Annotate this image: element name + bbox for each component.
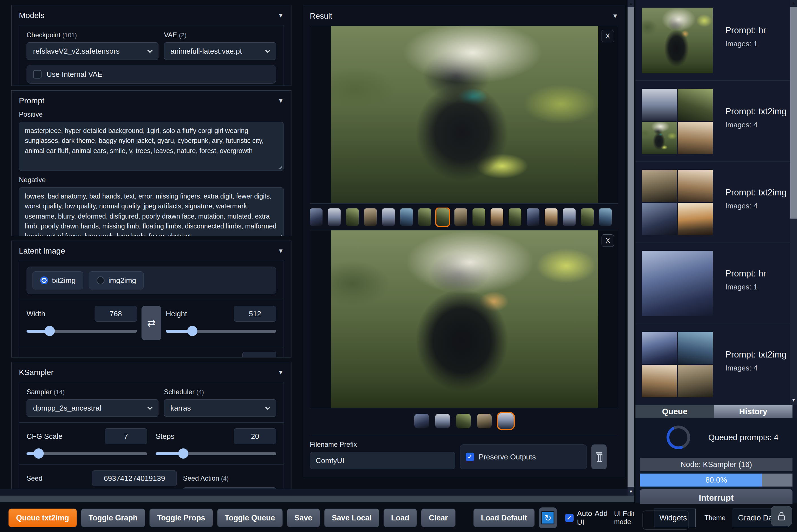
toggle-queue-button[interactable]: Toggle Queue xyxy=(217,509,283,527)
result-image-1[interactable] xyxy=(331,26,598,203)
gallery-thumbnail[interactable] xyxy=(581,208,594,226)
scroll-up-icon[interactable]: ▲ xyxy=(790,1,797,5)
vae-label: VAE (2) xyxy=(164,31,276,39)
preserve-outputs-row[interactable]: ✓ Preserve Outputs xyxy=(460,444,587,469)
load-button[interactable]: Load xyxy=(383,509,417,527)
gallery-thumbnail[interactable] xyxy=(498,413,514,429)
history-vertical-scrollbar[interactable]: ▲ ▼ xyxy=(790,0,797,405)
history-thumbnail-grid[interactable] xyxy=(642,332,713,397)
gallery-thumbnail[interactable] xyxy=(310,208,323,226)
swap-dimensions-button[interactable]: ⇄ xyxy=(141,306,161,340)
slider-handle[interactable] xyxy=(187,326,197,336)
use-internal-vae-checkbox[interactable] xyxy=(33,70,41,78)
steps-input[interactable]: 20 xyxy=(234,429,276,444)
gallery-thumbnail[interactable] xyxy=(545,208,557,226)
filename-prefix-input[interactable]: ComfyUI xyxy=(310,452,455,469)
save-button[interactable]: Save xyxy=(287,509,320,527)
history-prompt: Prompt: txt2img xyxy=(725,349,786,360)
scroll-down-icon[interactable]: ▼ xyxy=(790,398,797,402)
delete-outputs-button[interactable] xyxy=(591,444,607,469)
vae-select[interactable]: animefull-latest.vae.pt xyxy=(164,42,276,60)
width-slider[interactable] xyxy=(26,326,137,336)
scroll-down-icon[interactable]: ▼ xyxy=(628,489,634,494)
scroll-up-icon[interactable]: ▲ xyxy=(628,1,634,6)
scrollbar-thumb[interactable] xyxy=(628,7,634,487)
gallery-thumbnail[interactable] xyxy=(563,208,575,226)
cfg-scale-slider[interactable] xyxy=(26,448,147,459)
collapse-arrow-icon[interactable]: ▼ xyxy=(278,97,284,104)
gallery-thumbnail[interactable] xyxy=(599,208,612,226)
history-item[interactable]: Prompt: txt2img Images: 4 xyxy=(635,81,797,162)
gallery-thumbnail[interactable] xyxy=(435,414,450,429)
width-input[interactable]: 768 xyxy=(95,306,137,322)
use-internal-vae-row[interactable]: Use Internal VAE xyxy=(26,65,276,83)
height-slider[interactable] xyxy=(166,326,276,336)
gallery-thumbnail[interactable] xyxy=(509,208,521,226)
scrollbar-thumb[interactable] xyxy=(790,7,797,218)
gallery-thumbnail[interactable] xyxy=(436,208,449,226)
queue-txt2img-button[interactable]: Queue txt2img xyxy=(8,509,77,527)
gallery-thumbnail[interactable] xyxy=(454,208,467,226)
toggle-props-button[interactable]: Toggle Props xyxy=(149,509,213,527)
steps-slider[interactable] xyxy=(156,448,276,459)
preserve-outputs-checkbox[interactable]: ✓ xyxy=(466,453,474,461)
progress-spinner-icon xyxy=(663,422,694,453)
history-prompt: Prompt: txt2img xyxy=(725,107,786,117)
ksampler-accordion: KSampler ▼ Sampler (14) dpmpp_2s_ancestr… xyxy=(11,362,291,489)
positive-prompt-textarea[interactable]: masterpiece, hyper detailed background, … xyxy=(19,122,284,171)
mode-txt2img[interactable]: txt2img xyxy=(33,271,83,289)
collapse-arrow-icon[interactable]: ▼ xyxy=(278,369,284,376)
close-icon[interactable]: X xyxy=(602,30,614,42)
slider-handle[interactable] xyxy=(34,449,44,459)
history-thumbnail-grid[interactable] xyxy=(642,170,713,235)
scheduler-select[interactable]: karras xyxy=(164,399,276,417)
history-thumbnail[interactable] xyxy=(642,251,713,316)
mode-img2img[interactable]: img2img xyxy=(89,271,144,289)
main-vertical-scrollbar[interactable]: ▲ ▼ xyxy=(628,0,634,496)
collapse-arrow-icon[interactable]: ▼ xyxy=(278,12,284,19)
history-item[interactable]: Prompt: hr Images: 1 xyxy=(635,0,797,81)
checkpoint-select[interactable]: refslaveV2_v2.safetensors xyxy=(26,42,158,60)
history-thumbnail[interactable] xyxy=(642,7,713,73)
gallery-thumbnail[interactable] xyxy=(477,414,492,429)
gallery-thumbnail[interactable] xyxy=(418,208,431,226)
gallery-thumbnail[interactable] xyxy=(346,208,359,226)
load-default-button[interactable]: Load Default xyxy=(473,509,535,527)
horizontal-scrollbar[interactable] xyxy=(0,496,634,502)
collapse-arrow-icon[interactable]: ▼ xyxy=(612,13,618,20)
tab-queue[interactable]: Queue xyxy=(635,405,714,418)
history-thumbnail-grid[interactable] xyxy=(642,89,713,154)
close-icon[interactable]: X xyxy=(602,234,614,247)
history-item[interactable]: Prompt: txt2img Images: 4 xyxy=(635,324,797,405)
auto-add-ui-checkbox[interactable]: ✓ xyxy=(565,514,574,522)
history-item[interactable]: Prompt: txt2img Images: 4 xyxy=(635,162,797,243)
cfg-scale-input[interactable]: 7 xyxy=(105,429,147,444)
gallery-thumbnail[interactable] xyxy=(473,208,485,226)
seed-input[interactable]: 693741274019139 xyxy=(92,471,177,486)
lock-button[interactable] xyxy=(771,506,792,526)
collapse-arrow-icon[interactable]: ▼ xyxy=(278,247,284,255)
auto-add-ui-row[interactable]: ✓ Auto-Add UI xyxy=(565,509,609,527)
gallery-thumbnail[interactable] xyxy=(527,208,539,226)
save-local-button[interactable]: Save Local xyxy=(324,509,379,527)
history-image-count: Images: 1 xyxy=(725,40,766,48)
toggle-graph-button[interactable]: Toggle Graph xyxy=(81,509,146,527)
negative-prompt-textarea[interactable]: lowres, bad anatomy, bad hands, text, er… xyxy=(19,187,284,236)
tab-history[interactable]: History xyxy=(714,405,793,418)
sampler-select[interactable]: dpmpp_2s_ancestral xyxy=(26,399,158,417)
batch-size-input[interactable]: 4 xyxy=(242,352,276,358)
gallery-thumbnail[interactable] xyxy=(382,208,395,226)
gallery-thumbnail[interactable] xyxy=(414,414,429,429)
gallery-thumbnail[interactable] xyxy=(328,208,341,226)
gallery-thumbnail[interactable] xyxy=(364,208,377,226)
history-item[interactable]: Prompt: hr Images: 1 xyxy=(635,243,797,324)
slider-handle[interactable] xyxy=(45,326,55,336)
slider-handle[interactable] xyxy=(178,449,188,459)
result-image-2[interactable] xyxy=(331,230,598,408)
gallery-thumbnail[interactable] xyxy=(456,414,471,429)
gallery-thumbnail[interactable] xyxy=(400,208,413,226)
height-input[interactable]: 512 xyxy=(234,306,276,322)
refresh-button[interactable]: ↻ xyxy=(539,508,557,528)
gallery-thumbnail[interactable] xyxy=(491,208,503,226)
clear-button[interactable]: Clear xyxy=(421,509,456,527)
